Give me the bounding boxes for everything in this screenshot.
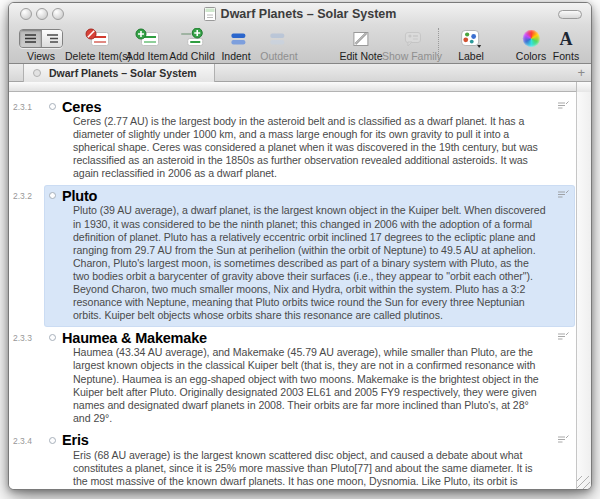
label-button[interactable]: Label: [458, 27, 484, 62]
edit-note-button[interactable]: Edit Note: [339, 27, 382, 62]
note-icon[interactable]: [557, 101, 569, 111]
titlebar[interactable]: Dwarf Planets – Solar System: [9, 3, 591, 25]
tab-state-icon: [33, 69, 41, 77]
item-handle-icon[interactable]: [49, 334, 56, 341]
outline-row-pluto: 2.3.2 Pluto Pluto (39 AU average), a dwa…: [9, 186, 576, 326]
add-item-button[interactable]: Add Item: [126, 27, 168, 62]
row-note[interactable]: Haumea (43.34 AU average), and Makemake …: [73, 346, 547, 425]
column-header-bar: [9, 82, 591, 92]
indent-icon: [226, 32, 246, 46]
resize-grip-icon[interactable]: [577, 476, 590, 489]
row-note[interactable]: Eris (68 AU average) is the largest know…: [73, 449, 547, 490]
toolbar: Views Delete Item(s): [9, 25, 591, 64]
row-number: 2.3.2: [13, 191, 32, 201]
row-note[interactable]: Pluto (39 AU average), a dwarf planet, i…: [73, 204, 547, 322]
outline-row-ceres: 2.3.1 Ceres Ceres (2.77 AU) is the large…: [9, 97, 576, 184]
app-window: Dwarf Planets – Solar System Views: [8, 2, 592, 490]
colors-button[interactable]: Colors: [516, 27, 546, 62]
tab-bar: Dwarf Planets – Solar System +: [9, 64, 591, 82]
indent-button[interactable]: Indent: [221, 27, 250, 62]
outline-view: 2.3.1 Ceres Ceres (2.77 AU) is the large…: [9, 92, 591, 490]
outline-list: 2.3.1 Ceres Ceres (2.77 AU) is the large…: [9, 92, 576, 490]
note-icon[interactable]: [557, 190, 569, 200]
row-number: 2.3.3: [13, 333, 32, 343]
row-title[interactable]: Pluto: [62, 188, 97, 204]
item-handle-icon[interactable]: [49, 437, 56, 444]
show-family-icon: [401, 30, 423, 48]
document-icon: [204, 7, 216, 21]
fonts-button[interactable]: A Fonts: [553, 27, 579, 62]
delete-item-icon: [86, 28, 111, 49]
edit-note-icon: [351, 29, 371, 48]
views-list-icon[interactable]: [20, 30, 41, 47]
note-icon[interactable]: [557, 435, 569, 445]
delete-item-button[interactable]: Delete Item(s): [65, 27, 131, 62]
selection-highlight: Pluto Pluto (39 AU average), a dwarf pla…: [45, 186, 574, 326]
fonts-icon: A: [559, 30, 572, 48]
scrollbar-corner: [576, 82, 591, 92]
views-outline-icon[interactable]: [41, 30, 62, 47]
row-title[interactable]: Ceres: [62, 99, 101, 115]
item-handle-icon[interactable]: [49, 192, 56, 199]
note-icon[interactable]: [557, 332, 569, 342]
outdent-button[interactable]: Outdent: [260, 27, 297, 62]
window-title: Dwarf Planets – Solar System: [221, 7, 397, 21]
row-note[interactable]: Ceres (2.77 AU) is the largest body in t…: [73, 115, 547, 180]
vertical-scrollbar[interactable]: [576, 92, 591, 490]
colors-icon: [523, 30, 540, 47]
outline-row-haumea-makemake: 2.3.3 Haumea & Makemake Haumea (43.34 AU…: [9, 328, 576, 429]
add-child-icon: [180, 28, 205, 49]
row-number: 2.3.4: [13, 436, 32, 446]
row-number: 2.3.1: [13, 102, 32, 112]
row-title[interactable]: Haumea & Makemake: [62, 330, 207, 346]
label-icon: [459, 29, 482, 48]
toolbar-toggle-pill[interactable]: [558, 10, 582, 19]
tab-dwarf-planets[interactable]: Dwarf Planets – Solar System: [23, 64, 215, 82]
row-title[interactable]: Eris: [62, 432, 89, 448]
add-tab-button[interactable]: +: [577, 65, 585, 80]
views-button[interactable]: Views: [19, 27, 63, 62]
toolbar-separator: [438, 28, 439, 62]
show-family-button[interactable]: Show Family: [382, 27, 442, 62]
outline-row-eris: 2.3.4 Eris Eris (68 AU average) is the l…: [9, 431, 576, 490]
add-child-button[interactable]: Add Child: [169, 27, 215, 62]
item-handle-icon[interactable]: [49, 103, 56, 110]
outdent-icon: [269, 32, 289, 46]
add-item-icon: [135, 28, 160, 49]
